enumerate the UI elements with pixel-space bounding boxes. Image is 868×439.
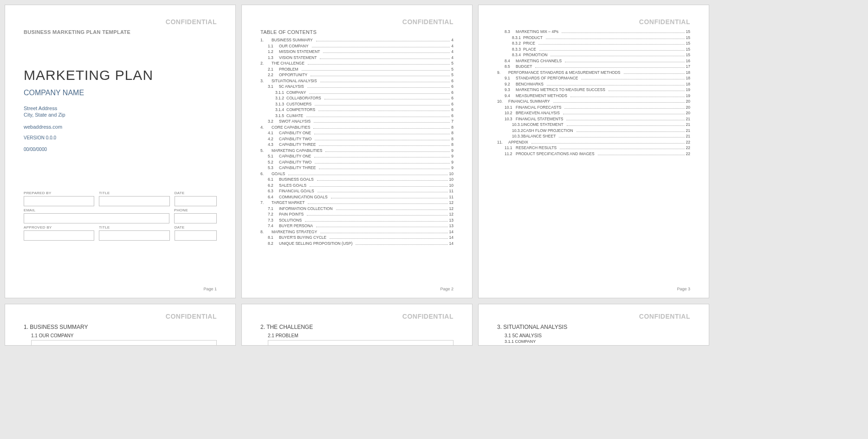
toc-item[interactable]: 8.4MARKETING CHANNELS16 [505,59,690,63]
toc-item[interactable]: 9.1STANDARDS OF PERFORMANCE18 [505,76,690,80]
input-date-2[interactable] [175,230,217,241]
toc-dots [305,221,447,222]
toc-item[interactable]: 1.2MISSION STATEMENT4 [268,49,453,54]
toc-item[interactable]: 8.MARKETING STRATEGY14 [260,229,453,234]
toc-item[interactable]: 8.3.4PROMOTION15 [512,52,690,57]
toc-item[interactable]: 6.2SALES GOALS10 [268,183,453,188]
content-box[interactable] [31,340,217,346]
toc-item[interactable]: 5.1CAPABILITY ONE9 [268,154,453,158]
input-prepared-by[interactable] [24,196,94,206]
toc-item[interactable]: 2.1PROBLEM5 [268,67,453,72]
toc-label: RESEARCH RESULTS [516,145,557,150]
toc-dots [319,169,450,169]
toc-item[interactable]: 10.3.3BALANCE SHEET21 [512,134,690,138]
label-date: DATE [175,191,217,195]
toc-item[interactable]: 7.4BUYER PERSONA13 [268,223,453,228]
toc-item[interactable]: 9.2BENCHMARKS18 [505,82,690,86]
toc-label: CORE CAPABILITIES [272,125,310,130]
toc-number: 10.3.1 [512,122,523,127]
toc-item[interactable]: 3.2SWOT ANALYSIS7 [268,119,453,124]
toc-item[interactable]: 6.GOALS10 [260,171,453,176]
input-email[interactable] [24,213,169,223]
toc-item[interactable]: 4.2CAPABILITY TWO8 [268,137,453,141]
toc-number: 8.1 [268,235,279,240]
toc-label: CAPABILITY THREE [279,142,316,147]
toc-item[interactable]: 10.FINANCIAL SUMMARY20 [497,99,690,104]
label-email: EMAIL [24,208,169,212]
toc-item[interactable]: 11.APPENDIX22 [497,140,690,144]
toc-item[interactable]: 4.3CAPABILITY THREE8 [268,142,453,147]
input-title-2[interactable] [99,230,169,241]
toc-item[interactable]: 7.1INFORMATION COLLECTION12 [268,206,453,211]
toc-item[interactable]: 6.3FINANCIAL GOALS11 [268,189,453,193]
toc-item[interactable]: 2.2OPPORTUNITY5 [268,72,453,77]
toc-item[interactable]: 7.2PAIN POINTS12 [268,212,453,216]
content-box[interactable] [268,340,453,346]
confidential-label: CONFIDENTIAL [260,18,453,26]
toc-item[interactable]: 4.1CAPABILITY ONE8 [268,131,453,135]
toc-page-number: 9 [451,154,453,158]
toc-item[interactable]: 6.1BUSINESS GOALS10 [268,177,453,182]
toc-item[interactable]: 9.3MARKETING METRICS TO MEASURE SUCCESS1… [505,87,690,92]
toc-item[interactable]: 3.15C ANALYSIS6 [268,84,453,89]
toc-page-number: 20 [686,99,690,104]
toc-dots [319,145,450,146]
toc-item[interactable]: 3.SITUATIONAL ANALYSIS6 [260,79,453,83]
toc-item[interactable]: 10.3.2CASH FLOW PROJECTION21 [512,128,690,133]
toc-page-number: 21 [686,122,690,127]
input-title[interactable] [99,196,169,206]
toc-dots [302,70,450,71]
toc-item[interactable]: 7.TARGET MARKET12 [260,200,453,205]
toc-item[interactable]: 3.1.2COLLABORATORS6 [275,96,453,100]
toc-item[interactable]: 8.3MARKETING MIX – 4Ps15 [505,29,690,34]
toc-item[interactable]: 8.3.3PLACE15 [512,47,690,52]
toc-label: BUDGET [516,64,532,69]
toc-item[interactable]: 8.3.2PRICE15 [512,41,690,46]
toc-item[interactable]: 5.2CAPABILITY TWO9 [268,160,453,164]
toc-item[interactable]: 6.4COMMUNICATION GOALS11 [268,195,453,199]
input-approved-by[interactable] [24,230,94,241]
toc-item[interactable]: 3.1.4COMPETITORS6 [275,107,453,112]
toc-item[interactable]: 10.3.1INCOME STATEMENT21 [512,122,690,127]
toc-number: 6.2 [268,183,279,188]
toc-item[interactable]: 8.1BUYER'S BUYING CYCLE14 [268,235,453,240]
toc-label: COMMUNICATION GOALS [279,195,328,199]
toc-item[interactable]: 1.1OUR COMPANY4 [268,44,453,48]
confidential-label: CONFIDENTIAL [497,313,690,320]
toc-item[interactable]: 10.1FINANCIAL FORECASTS20 [505,105,690,110]
toc-item[interactable]: 4.CORE CAPABILITIES8 [260,125,453,130]
version-label: VERSION 0.0.0 [24,135,217,140]
toc-page-number: 12 [449,200,453,205]
input-date[interactable] [175,196,217,206]
toc-item[interactable]: 3.1.3CUSTOMERS6 [275,102,453,106]
toc-item[interactable]: 10.2BREAKEVEN ANALYSIS20 [505,111,690,115]
toc-label: UNIQUE SELLING PROPOSITION (USP) [279,241,352,246]
toc-page-number: 21 [686,134,690,138]
toc-item[interactable]: 10.3FINANCIAL STATEMENTS21 [505,117,690,121]
toc-item[interactable]: 3.1.5CLIMATE6 [275,113,453,118]
toc-item[interactable]: 11.2PRODUCT SPECIFICATIONS AND IMAGES22 [505,151,690,156]
toc-dots [324,99,450,99]
toc-number: 1.3 [268,55,279,60]
toc-label: PAIN POINTS [279,212,304,216]
toc-item[interactable]: 9.4MEASUREMENT METHODS19 [505,93,690,98]
toc-item[interactable]: 3.1.1COMPANY6 [275,90,453,95]
toc-label: SALES GOALS [279,183,306,188]
toc-page-number: 8 [451,142,453,147]
toc-item[interactable]: 8.2UNIQUE SELLING PROPOSITION (USP)14 [268,241,453,246]
confidential-label: CONFIDENTIAL [24,313,217,320]
toc-item[interactable]: 1.3VISION STATEMENT4 [268,55,453,60]
toc-number: 9.4 [505,93,516,98]
toc-item[interactable]: 9.PERFORMANCE STANDARDS & MEASUREMENT ME… [497,70,690,75]
toc-item[interactable]: 7.3SOLUTIONS13 [268,218,453,223]
toc-item[interactable]: 5.3CAPABILITY THREE9 [268,165,453,170]
toc-page-number: 4 [451,38,453,42]
toc-item[interactable]: 5.MARKETING CAPABILITIES9 [260,148,453,153]
toc-item[interactable]: 8.3.1PRODUCT15 [512,35,690,40]
toc-dots [562,33,684,33]
toc-item[interactable]: 11.1RESEARCH RESULTS22 [505,145,690,150]
toc-item[interactable]: 1.BUSINESS SUMMARY4 [260,38,453,42]
toc-item[interactable]: 2.THE CHALLENGE5 [260,61,453,66]
toc-item[interactable]: 8.5BUDGET17 [505,64,690,69]
input-phone[interactable] [174,213,217,223]
